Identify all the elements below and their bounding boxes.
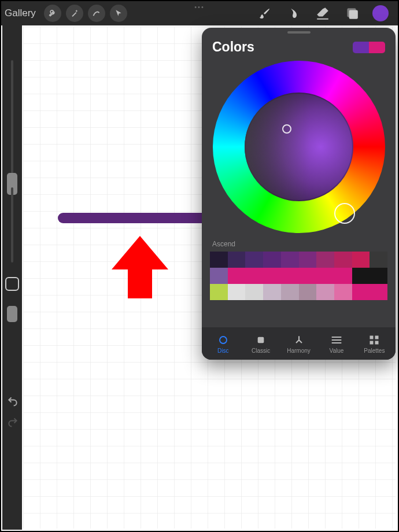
palette-swatch[interactable] xyxy=(352,284,370,300)
wrench-icon[interactable] xyxy=(44,5,61,22)
redo-icon[interactable] xyxy=(7,416,19,431)
disc-icon xyxy=(217,334,229,346)
palette-swatch[interactable] xyxy=(370,284,387,300)
secondary-swatch[interactable] xyxy=(369,42,385,53)
color-disc-inner[interactable] xyxy=(245,93,353,201)
palette-swatch[interactable] xyxy=(352,252,370,268)
brush-icon[interactable] xyxy=(257,5,273,21)
palette-swatch[interactable] xyxy=(210,252,228,268)
palette-swatch[interactable] xyxy=(334,252,352,268)
hue-cursor[interactable] xyxy=(334,203,355,224)
palette-swatch[interactable] xyxy=(334,268,352,284)
palette-swatch[interactable] xyxy=(281,252,299,268)
svg-rect-5 xyxy=(370,336,374,339)
palette-swatch[interactable] xyxy=(334,284,352,300)
palette-swatch[interactable] xyxy=(263,284,281,300)
left-rail xyxy=(2,25,22,530)
primary-swatch[interactable] xyxy=(353,42,369,53)
palette-swatch[interactable] xyxy=(370,268,387,284)
tab-harmony-label: Harmony xyxy=(287,348,311,354)
opacity-track[interactable] xyxy=(11,187,13,263)
svg-rect-6 xyxy=(375,336,379,339)
tab-disc[interactable]: Disc xyxy=(204,334,242,354)
palette-swatch[interactable] xyxy=(370,252,387,268)
sv-cursor[interactable] xyxy=(282,124,291,134)
tab-harmony[interactable]: Harmony xyxy=(280,334,317,354)
panel-grabber[interactable] xyxy=(287,31,311,34)
tab-palettes-label: Palettes xyxy=(364,348,385,354)
brush-size-track[interactable] xyxy=(11,60,13,179)
palette-swatch[interactable] xyxy=(228,284,246,300)
layers-icon[interactable] xyxy=(343,5,360,21)
palette-swatch[interactable] xyxy=(210,268,228,284)
palette-swatch[interactable] xyxy=(210,284,228,300)
color-button[interactable] xyxy=(372,5,389,21)
top-toolbar: Gallery ••• xyxy=(1,1,398,25)
tab-classic[interactable]: Classic xyxy=(242,334,279,354)
wand-icon[interactable] xyxy=(66,5,83,22)
selection-icon[interactable] xyxy=(88,5,105,22)
palette-swatch[interactable] xyxy=(228,268,246,284)
svg-rect-7 xyxy=(370,341,374,345)
svg-rect-8 xyxy=(375,341,379,345)
tab-classic-label: Classic xyxy=(252,348,270,354)
palette-swatch[interactable] xyxy=(281,284,299,300)
palette-swatch[interactable] xyxy=(245,284,263,300)
palette-swatch[interactable] xyxy=(245,268,263,284)
active-swatch-pair[interactable] xyxy=(353,42,385,53)
annotation-arrow-stem xyxy=(128,264,152,298)
palette-swatch[interactable] xyxy=(316,252,334,268)
gallery-link[interactable]: Gallery xyxy=(5,8,36,19)
value-icon xyxy=(331,334,342,346)
smudge-icon[interactable] xyxy=(286,5,302,21)
opacity-knob[interactable] xyxy=(7,306,17,322)
palette-swatch[interactable] xyxy=(245,252,263,268)
svg-point-3 xyxy=(220,337,227,343)
svg-rect-4 xyxy=(258,337,264,343)
palette-swatch[interactable] xyxy=(263,252,281,268)
classic-icon xyxy=(255,334,267,346)
tab-value[interactable]: Value xyxy=(317,334,355,354)
undo-icon[interactable] xyxy=(7,396,19,410)
colors-panel: Colors Ascend Disc Classic Harmony Value xyxy=(202,28,396,360)
palette-swatch[interactable] xyxy=(316,284,334,300)
palette-swatch[interactable] xyxy=(281,268,299,284)
modify-button[interactable] xyxy=(5,277,19,291)
svg-rect-1 xyxy=(349,10,358,19)
drawn-stroke xyxy=(58,213,208,223)
palette-swatch[interactable] xyxy=(299,268,317,284)
palette-grid[interactable] xyxy=(210,252,387,300)
overflow-dots[interactable]: ••• xyxy=(194,1,205,25)
tab-value-label: Value xyxy=(330,348,344,354)
eraser-icon[interactable] xyxy=(315,5,331,21)
cursor-icon[interactable] xyxy=(110,5,127,22)
palette-swatch[interactable] xyxy=(299,252,317,268)
palette-swatch[interactable] xyxy=(352,268,370,284)
palette-swatch[interactable] xyxy=(316,268,334,284)
palette-name: Ascend xyxy=(202,233,396,252)
tab-palettes[interactable]: Palettes xyxy=(356,334,393,354)
palette-swatch[interactable] xyxy=(299,284,317,300)
color-tabs: Disc Classic Harmony Value Palettes xyxy=(202,327,396,360)
color-wheel[interactable] xyxy=(213,61,385,233)
panel-title: Colors xyxy=(212,39,254,55)
palette-swatch[interactable] xyxy=(228,252,246,268)
palettes-icon xyxy=(368,334,380,346)
harmony-icon xyxy=(293,334,305,346)
tab-disc-label: Disc xyxy=(217,348,228,354)
palette-swatch[interactable] xyxy=(263,268,281,284)
